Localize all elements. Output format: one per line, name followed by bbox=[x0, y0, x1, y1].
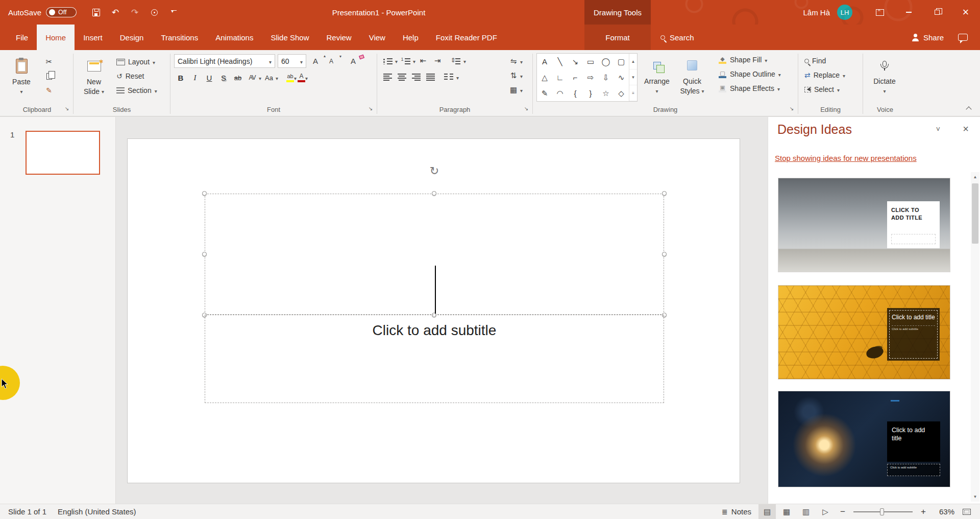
paragraph-dialog-launcher[interactable] bbox=[523, 106, 530, 113]
normal-view-button[interactable]: ▤ bbox=[758, 504, 776, 519]
decrease-font-size-button[interactable]: A bbox=[325, 55, 338, 68]
design-ideas-close-icon[interactable] bbox=[963, 123, 969, 135]
touch-mouse-mode-button[interactable] bbox=[146, 4, 162, 20]
slideshow-view-button[interactable]: ▷ bbox=[817, 504, 834, 519]
shape-rounded-rectangle-icon[interactable]: ▢ bbox=[614, 54, 629, 69]
shape-line-icon[interactable]: ╲ bbox=[552, 54, 568, 69]
shapes-scroll-down[interactable]: ▼ bbox=[629, 69, 637, 85]
shape-right-angle-icon[interactable]: ∟ bbox=[552, 69, 568, 85]
design-idea-thumbnail-3[interactable]: Click to add title Click to add subtitle bbox=[778, 391, 950, 487]
avatar[interactable]: LH bbox=[837, 5, 852, 20]
shape-textbox-icon[interactable]: A bbox=[537, 54, 552, 69]
columns-dropdown-icon[interactable] bbox=[456, 73, 459, 82]
bold-button[interactable]: B bbox=[174, 71, 187, 84]
clear-formatting-button[interactable]: A bbox=[347, 55, 360, 68]
shape-elbow-connector-icon[interactable]: ⌐ bbox=[568, 69, 583, 85]
zoom-out-button[interactable]: − bbox=[836, 504, 849, 519]
change-case-button[interactable]: Aa bbox=[262, 71, 278, 84]
design-ideas-collapse-icon[interactable] bbox=[936, 125, 940, 133]
line-spacing-dropdown-icon[interactable] bbox=[463, 56, 466, 65]
redo-button[interactable] bbox=[127, 4, 143, 20]
decrease-indent-button[interactable] bbox=[416, 54, 430, 67]
text-shadow-button[interactable]: S bbox=[217, 71, 230, 84]
font-name-dropdown-icon[interactable] bbox=[269, 57, 272, 65]
scrollbar-up-arrow[interactable]: ▲ bbox=[971, 172, 979, 182]
title-placeholder[interactable] bbox=[205, 194, 664, 315]
section-button[interactable]: Section bbox=[114, 84, 160, 97]
resize-handle-e[interactable] bbox=[662, 252, 667, 256]
underline-button[interactable]: U bbox=[203, 71, 216, 84]
share-button[interactable]: Share bbox=[912, 33, 944, 42]
tab-file[interactable]: File bbox=[7, 25, 37, 50]
line-spacing-button[interactable] bbox=[449, 54, 462, 67]
shape-arrow-down-icon[interactable]: ⇩ bbox=[598, 69, 614, 85]
select-button[interactable]: Select bbox=[802, 83, 859, 96]
align-left-button[interactable] bbox=[381, 70, 394, 84]
fit-slide-to-window-button[interactable] bbox=[963, 509, 971, 515]
reset-button[interactable]: Reset bbox=[114, 69, 160, 83]
shape-right-brace-icon[interactable]: } bbox=[583, 85, 598, 101]
zoom-slider[interactable] bbox=[853, 511, 913, 512]
save-button[interactable] bbox=[88, 4, 104, 20]
language-button[interactable]: English (United States) bbox=[58, 507, 136, 516]
dictate-button[interactable]: Dictate bbox=[867, 53, 902, 96]
shape-diamond-icon[interactable]: ◇ bbox=[614, 85, 629, 101]
arrange-button[interactable]: Arrange bbox=[641, 53, 673, 96]
columns-button[interactable] bbox=[442, 70, 455, 84]
slide-canvas[interactable]: Click to add subtitle bbox=[127, 138, 740, 483]
numbering-button[interactable] bbox=[399, 54, 412, 67]
shape-effects-button[interactable]: ▣ Shape Effects bbox=[716, 82, 783, 95]
shape-outline-button[interactable]: ▢ Shape Outline bbox=[716, 67, 783, 81]
customize-quick-access-button[interactable] bbox=[165, 4, 182, 20]
stop-showing-ideas-link[interactable]: Stop showing ideas for new presentations bbox=[775, 154, 917, 162]
slide-sorter-view-button[interactable]: ▦ bbox=[778, 504, 795, 519]
bullets-button[interactable] bbox=[381, 54, 394, 67]
paste-button[interactable]: Paste bbox=[5, 54, 38, 97]
tab-review[interactable]: Review bbox=[317, 25, 360, 50]
resize-handle-w[interactable] bbox=[202, 252, 207, 256]
shape-arrow-line-icon[interactable]: ↘ bbox=[568, 54, 583, 69]
align-center-button[interactable] bbox=[395, 70, 408, 84]
shape-oval-icon[interactable]: ◯ bbox=[598, 54, 614, 69]
quick-styles-button[interactable]: Quick Styles bbox=[676, 53, 708, 96]
numbering-dropdown-icon[interactable] bbox=[413, 56, 415, 65]
find-button[interactable]: Find bbox=[802, 54, 859, 67]
format-painter-button[interactable] bbox=[42, 84, 56, 97]
zoom-slider-thumb[interactable] bbox=[880, 508, 884, 515]
tab-foxit-reader-pdf[interactable]: Foxit Reader PDF bbox=[427, 25, 506, 50]
text-direction-button[interactable] bbox=[507, 55, 523, 68]
design-idea-thumbnail-2[interactable]: Click to add title Click to add subtitle bbox=[778, 285, 950, 380]
shape-curve-icon[interactable]: ∿ bbox=[614, 69, 629, 85]
drawing-dialog-launcher[interactable] bbox=[788, 106, 795, 113]
shapes-scroll-up[interactable]: ▲ bbox=[629, 54, 637, 69]
design-panel-scrollbar[interactable]: ▲ ▼ bbox=[971, 172, 979, 502]
shape-star-icon[interactable]: ☆ bbox=[598, 85, 614, 101]
align-right-button[interactable] bbox=[409, 70, 423, 84]
close-button[interactable] bbox=[951, 0, 980, 25]
subtitle-placeholder[interactable]: Click to add subtitle bbox=[205, 315, 664, 403]
strikethrough-button[interactable]: ab bbox=[231, 71, 244, 84]
scrollbar-thumb[interactable] bbox=[972, 183, 978, 244]
replace-button[interactable]: Replace bbox=[802, 68, 859, 82]
undo-button[interactable] bbox=[107, 4, 124, 20]
font-dialog-launcher[interactable] bbox=[367, 106, 374, 113]
tab-home[interactable]: Home bbox=[37, 25, 75, 50]
comments-button[interactable] bbox=[958, 34, 968, 41]
shape-triangle-icon[interactable]: △ bbox=[537, 69, 552, 85]
font-color-button[interactable]: A bbox=[298, 73, 308, 82]
justify-button[interactable] bbox=[424, 70, 437, 84]
shape-fill-button[interactable]: ◆ Shape Fill bbox=[716, 53, 783, 66]
tab-format[interactable]: Format bbox=[584, 25, 651, 50]
design-idea-thumbnail-1[interactable]: CLICK TO ADD TITLE bbox=[778, 178, 950, 272]
restore-button[interactable] bbox=[923, 0, 951, 25]
shape-left-brace-icon[interactable]: { bbox=[568, 85, 583, 101]
shapes-more-button[interactable]: ≡ bbox=[629, 85, 637, 101]
resize-handle-ne[interactable] bbox=[662, 191, 667, 196]
italic-button[interactable]: I bbox=[188, 71, 202, 84]
align-text-button[interactable] bbox=[507, 69, 523, 82]
tab-view[interactable]: View bbox=[360, 25, 394, 50]
paste-dropdown-icon[interactable] bbox=[20, 86, 22, 97]
reading-view-button[interactable]: ▥ bbox=[797, 504, 815, 519]
new-slide-button[interactable]: New Slide bbox=[77, 54, 111, 97]
cut-button[interactable] bbox=[42, 55, 56, 68]
